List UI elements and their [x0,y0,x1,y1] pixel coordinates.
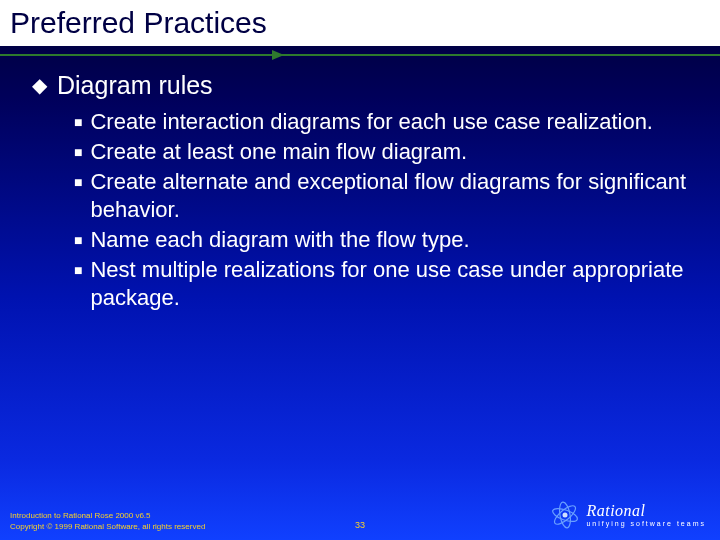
footer-line-2: Copyright © 1999 Rational Software, all … [10,521,205,532]
list-item: ■ Name each diagram with the flow type. [74,226,690,254]
list-item: ■ Create at least one main flow diagram. [74,138,690,166]
list-item: ■ Nest multiple realizations for one use… [74,256,690,312]
rule-line [0,54,720,56]
arrowhead-icon [272,50,284,60]
logo-brand: Rational [586,503,706,519]
square-bullet-icon: ■ [74,168,82,196]
content-area: ◆ Diagram rules ■ Create interaction dia… [0,46,720,312]
slide-title: Preferred Practices [10,6,710,40]
brand-logo: Rational unifying software teams [550,500,706,530]
slide: Preferred Practices ◆ Diagram rules ■ Cr… [0,0,720,540]
page-number: 33 [355,520,365,530]
bullet-text: Create at least one main flow diagram. [90,138,467,166]
logo-text: Rational unifying software teams [586,503,706,527]
bullet-text: Create interaction diagrams for each use… [90,108,653,136]
list-item: ■ Create alternate and exceptional flow … [74,168,690,224]
square-bullet-icon: ■ [74,138,82,166]
logo-tagline: unifying software teams [586,520,706,527]
footer-line-1: Introduction to Rational Rose 2000 v6.5 [10,510,205,521]
footer-text: Introduction to Rational Rose 2000 v6.5 … [10,510,205,532]
square-bullet-icon: ■ [74,108,82,136]
square-bullet-icon: ■ [74,226,82,254]
bullet-text: Create alternate and exceptional flow di… [90,168,690,224]
title-bar: Preferred Practices [0,0,720,46]
diamond-bullet-icon: ◆ [30,70,47,100]
section-heading-row: ◆ Diagram rules [30,70,690,100]
svg-point-3 [563,513,568,518]
bullet-text: Nest multiple realizations for one use c… [90,256,690,312]
list-item: ■ Create interaction diagrams for each u… [74,108,690,136]
bullet-list: ■ Create interaction diagrams for each u… [30,108,690,312]
logo-mark-icon [550,500,580,530]
square-bullet-icon: ■ [74,256,82,284]
section-heading: Diagram rules [57,70,213,100]
bullet-text: Name each diagram with the flow type. [90,226,469,254]
title-underline [0,52,720,60]
